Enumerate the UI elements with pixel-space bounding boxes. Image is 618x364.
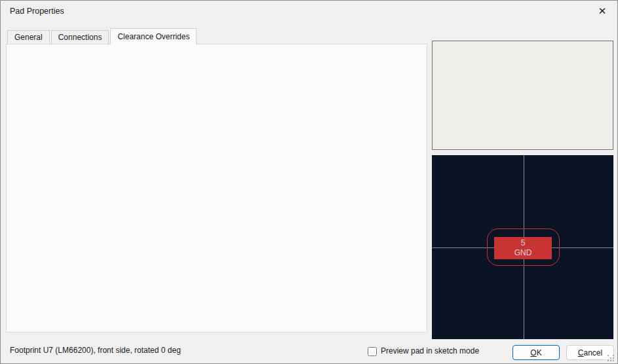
pad-net-label: GND: [514, 248, 532, 258]
pad-shape: 5 GND: [494, 237, 552, 259]
ok-button[interactable]: OK: [512, 345, 560, 360]
tab-connections[interactable]: Connections: [51, 30, 109, 44]
resize-grip[interactable]: [607, 354, 614, 361]
cancel-button-label: Cancel: [578, 348, 602, 357]
close-icon[interactable]: ✕: [592, 3, 612, 20]
sketch-mode-checkbox-label[interactable]: Preview pad in sketch mode: [381, 346, 479, 355]
tab-bar: General Connections Clearance Overrides: [7, 28, 198, 44]
window-title: Pad Properties: [10, 7, 64, 16]
pad-preview-canvas[interactable]: 5 GND: [432, 155, 613, 339]
clearance-overrides-panel: [6, 44, 427, 333]
pad-properties-dialog: { "window": { "title": "Pad Properties",…: [0, 0, 618, 364]
sketch-mode-checkbox[interactable]: [368, 347, 377, 356]
title-bar[interactable]: Pad Properties ✕: [1, 1, 617, 22]
parent-settings-preview-panel: [432, 41, 613, 150]
footprint-status-text: Footprint U7 (LM66200), front side, rota…: [10, 346, 181, 355]
tab-clearance-overrides[interactable]: Clearance Overrides: [110, 28, 197, 45]
ok-button-label: OK: [530, 348, 541, 357]
pad-number-label: 5: [521, 238, 526, 248]
tab-general[interactable]: General: [7, 30, 50, 44]
